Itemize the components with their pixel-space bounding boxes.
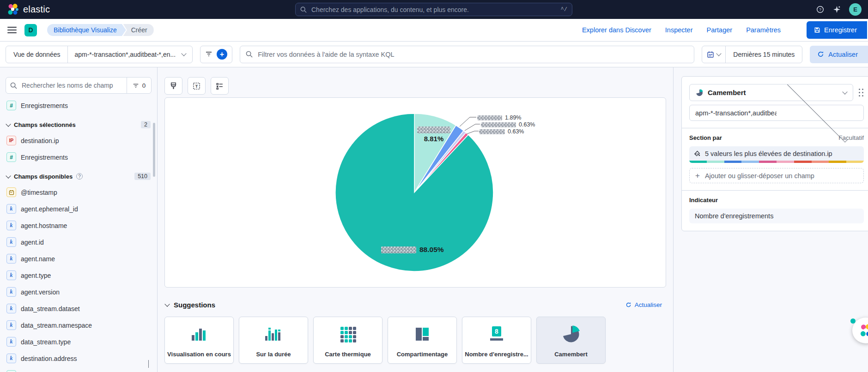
global-search-bar[interactable]: ^/: [295, 3, 572, 16]
field-name: data_stream.namespace: [21, 322, 92, 329]
space-badge[interactable]: D: [24, 24, 37, 36]
palette-color: [846, 161, 864, 163]
pie-chart-panel[interactable]: 8.81%88.05%1.89%0.63%0.63%: [164, 97, 666, 288]
suggestion-card-metric[interactable]: 8Nombre d'enregistre...: [462, 317, 531, 364]
user-avatar[interactable]: E: [849, 3, 862, 16]
field-item[interactable]: kagent.id: [6, 237, 151, 247]
field-type-keyword-icon: k: [6, 204, 16, 214]
refresh-icon: [625, 302, 631, 308]
breadcrumb-visualize-library[interactable]: Bibliothèque Visualize: [47, 24, 126, 36]
field-item[interactable]: kagent.version: [6, 287, 151, 297]
field-item[interactable]: kdata_stream.type: [6, 337, 151, 347]
palette-color: [759, 161, 777, 163]
layer-data-view-select[interactable]: apm-*-transaction*,auditbeat-*,endgame-*…: [689, 105, 864, 121]
field-item[interactable]: #Enregistrements: [6, 101, 151, 110]
brush-icon: [170, 82, 177, 90]
field-type-keyword-icon: k: [6, 237, 16, 247]
filter-icon[interactable]: [205, 50, 212, 59]
field-count-badge: 2: [141, 121, 151, 128]
masked-ip-label: [417, 126, 450, 133]
suggestion-card-bar-chart[interactable]: Visualisation en cours: [164, 317, 234, 364]
field-type-keyword-icon: k: [6, 354, 16, 363]
field-name: Enregistrements: [21, 154, 68, 161]
suggestion-card-pie[interactable]: Camembert: [536, 317, 606, 364]
slice-percent: 1.89%: [505, 114, 521, 121]
field-item[interactable]: kagent.ephemeral_id: [6, 204, 151, 214]
field-name: Enregistrements: [21, 102, 68, 109]
add-filter-button[interactable]: +: [217, 49, 227, 60]
slice-percent: 0.63%: [519, 121, 535, 128]
slice-label: 8.81%: [411, 126, 457, 143]
field-search-box[interactable]: [6, 78, 127, 93]
search-shortcut-hint: ^/: [561, 6, 567, 13]
field-item[interactable]: #Enregistrements: [6, 152, 151, 162]
suggestions-title: Suggestions: [174, 301, 215, 309]
scroll-down-icon[interactable]: [148, 360, 149, 367]
field-section-header[interactable]: Champs disponibles?510: [6, 172, 151, 180]
calendar-icon: [707, 51, 714, 58]
assistant-status-dot: [850, 318, 856, 324]
settings-link[interactable]: Paramètres: [746, 26, 781, 34]
data-view-selector[interactable]: apm-*-transaction*,auditbeat-*,en...: [68, 51, 192, 58]
metric-section-label: Indicateur: [689, 197, 718, 204]
metric-dimension[interactable]: Nombre d'enregistrements: [689, 209, 864, 223]
menu-icon[interactable]: [7, 27, 17, 33]
suggestion-card-heatmap[interactable]: Carte thermique: [313, 317, 382, 364]
add-dimension-button[interactable]: + Ajouter ou glisser-déposer un champ: [689, 168, 864, 183]
field-item[interactable]: kagent.hostname: [6, 221, 151, 230]
layer-config-panel: Camembert apm-*-transaction*,auditbeat-*…: [681, 76, 868, 231]
slice-percent: 0.63%: [508, 128, 524, 135]
inspect-link[interactable]: Inspecter: [665, 26, 693, 34]
field-type-number-icon: #: [6, 152, 16, 162]
dimension-top-values[interactable]: 5 valeurs les plus élevées de destinatio…: [689, 146, 864, 163]
field-search-input[interactable]: [21, 81, 122, 90]
masked-ip-label: [481, 122, 516, 127]
refresh-button[interactable]: Actualiser: [810, 46, 868, 63]
save-button[interactable]: Enregistrer: [807, 21, 867, 39]
kql-search-box[interactable]: [240, 46, 694, 63]
field-item[interactable]: kagent.name: [6, 254, 151, 264]
field-type-keyword-icon: k: [6, 254, 16, 264]
suggestion-card-treemap[interactable]: Compartimentage: [388, 317, 457, 364]
elastic-logo-icon: [6, 3, 19, 16]
data-view-label-button[interactable]: Vue de données: [6, 46, 68, 63]
palette-color: [794, 161, 812, 163]
field-type-number-icon: #: [6, 101, 16, 110]
field-filter-button[interactable]: 0: [127, 78, 151, 93]
field-item[interactable]: #destination.as.number: [6, 370, 151, 372]
ai-assistant-icon[interactable]: [832, 6, 841, 14]
labels-text-button[interactable]: T: [188, 77, 206, 95]
suggestions-collapse-icon[interactable]: [164, 301, 170, 306]
suggestion-card-bar-chart-stacked[interactable]: Sur la durée: [239, 317, 308, 364]
time-range-button[interactable]: Dernières 15 minutes: [726, 51, 802, 58]
pie-icon: [562, 317, 580, 351]
suggestions-refresh-link[interactable]: Actualiser: [625, 301, 662, 308]
pie-chart-icon: [696, 89, 703, 96]
field-item[interactable]: kdestination.address: [6, 354, 151, 363]
heatmap-icon: [338, 317, 358, 351]
global-search-input[interactable]: [310, 6, 557, 14]
field-item[interactable]: kagent.type: [6, 270, 151, 280]
info-icon[interactable]: ?: [76, 173, 83, 180]
app-nav-bar: D Bibliothèque Visualize Créer Explorer …: [0, 19, 868, 42]
help-icon[interactable]: ?: [816, 6, 824, 14]
field-item[interactable]: IPdestination.ip: [6, 136, 151, 145]
field-section-header[interactable]: Champs sélectionnés2: [6, 120, 151, 129]
search-icon: [246, 51, 253, 58]
appearance-brush-button[interactable]: [164, 77, 182, 95]
chart-type-select[interactable]: Camembert: [689, 84, 853, 101]
elastic-home-link[interactable]: elastic: [6, 3, 50, 16]
field-section-label: Champs sélectionnés: [14, 121, 76, 128]
sidebar-scrollbar[interactable]: [153, 123, 155, 177]
date-picker-button[interactable]: [702, 46, 726, 63]
share-link[interactable]: Partager: [707, 26, 733, 34]
legend-settings-button[interactable]: [211, 77, 229, 95]
field-item[interactable]: kdata_stream.namespace: [6, 320, 151, 330]
field-item[interactable]: kdata_stream.dataset: [6, 304, 151, 313]
kql-search-input[interactable]: [257, 50, 688, 59]
field-name: agent.version: [21, 288, 60, 296]
explore-in-discover-link[interactable]: Explorer dans Discover: [582, 26, 651, 34]
field-name: agent.id: [21, 239, 44, 246]
field-item[interactable]: @timestamp: [6, 187, 151, 197]
layer-drag-handle[interactable]: [859, 89, 864, 97]
